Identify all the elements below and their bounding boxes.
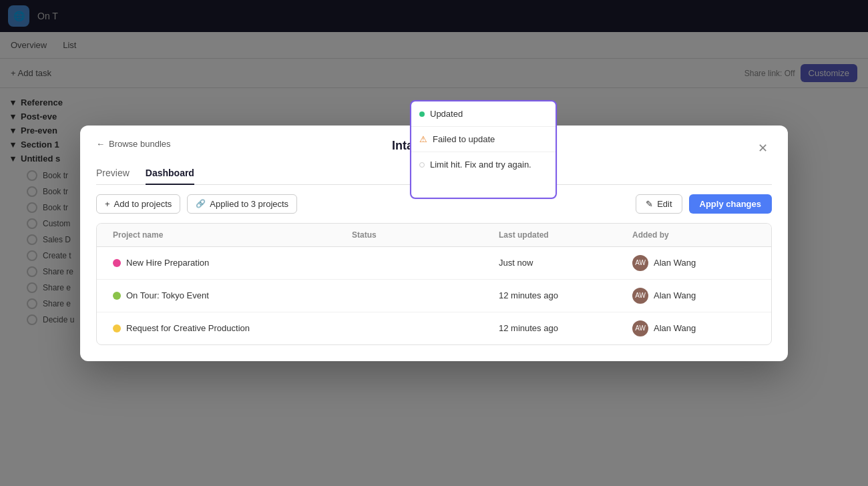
avatar: AW [632, 255, 648, 271]
edit-icon: ✎ [646, 199, 653, 209]
col-project-name: Project name [107, 224, 347, 246]
tab-preview[interactable]: Preview [96, 162, 130, 185]
status-row-failed: ⚠ Failed to update [411, 127, 556, 152]
added-by-cell-row3: AW Alan Wang [627, 312, 761, 344]
project-name-cell: On Tour: Tokyo Event [107, 282, 347, 308]
added-by-cell-row2: AW Alan Wang [627, 280, 761, 312]
status-cell-row2 [347, 288, 493, 304]
project-color-dot [113, 292, 121, 300]
table-header: Project name Status Last updated Added b… [97, 224, 771, 247]
last-updated-cell-row1: Just now [493, 250, 627, 276]
applied-projects-button[interactable]: 🔗 Applied to 3 projects [187, 194, 297, 214]
toolbar-right: ✎ Edit Apply changes [636, 194, 772, 214]
status-updated-box: Updated ⚠ Failed to update Limit hit. Fi… [410, 100, 557, 199]
back-button[interactable]: ← Browse bundles [96, 139, 171, 149]
back-label: Browse bundles [109, 139, 171, 149]
modal-body: Project name Status Last updated Added b… [80, 223, 788, 361]
status-dot-updated [419, 111, 425, 117]
avatar: AW [632, 320, 648, 336]
project-color-dot [113, 324, 121, 332]
table-row: On Tour: Tokyo Event 12 minutes ago AW A… [97, 280, 771, 312]
link-icon: 🔗 [196, 199, 206, 208]
status-row-limit: Limit hit. Fix and try again. [411, 152, 556, 177]
table-row: Request for Creative Production 12 minut… [97, 312, 771, 344]
col-added-by: Added by [627, 224, 761, 246]
table-row: New Hire Preparation Just now AW Alan Wa… [97, 247, 771, 280]
project-color-dot [113, 259, 121, 267]
status-dot-empty [419, 162, 425, 168]
modal-overlay: ← Browse bundles Intake process ✕ Previe… [0, 0, 868, 486]
edit-button[interactable]: ✎ Edit [636, 194, 682, 214]
status-cell-row3 [347, 320, 493, 336]
back-arrow-icon: ← [96, 139, 105, 149]
warning-icon: ⚠ [419, 134, 427, 144]
apply-changes-button[interactable]: Apply changes [689, 194, 772, 214]
plus-icon: + [105, 199, 110, 209]
tab-dashboard[interactable]: Dashboard [146, 162, 194, 185]
projects-table: Project name Status Last updated Added b… [96, 223, 772, 345]
close-button[interactable]: ✕ [753, 139, 772, 158]
last-updated-cell-row3: 12 minutes ago [493, 315, 627, 341]
status-row-updated: Updated [411, 101, 556, 126]
avatar: AW [632, 288, 648, 304]
last-updated-cell-row2: 12 minutes ago [493, 282, 627, 308]
project-name-cell: Request for Creative Production [107, 315, 347, 341]
project-name-cell: New Hire Preparation [107, 250, 347, 276]
add-to-projects-button[interactable]: + Add to projects [96, 194, 180, 214]
col-status: Status [347, 224, 493, 246]
added-by-cell-row1: AW Alan Wang [627, 247, 761, 279]
toolbar-left: + Add to projects 🔗 Applied to 3 project… [96, 194, 297, 214]
col-last-updated: Last updated [493, 224, 627, 246]
